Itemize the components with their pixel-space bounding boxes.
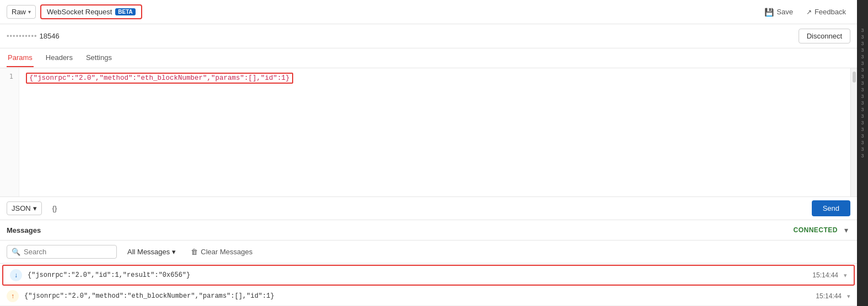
message-code-1: {"jsonrpc":"2.0","id":1,"result":"0x656"… bbox=[28, 271, 807, 279]
message-time-2: 15:14:44 bbox=[816, 292, 842, 300]
chevron-down-icon: ▾ bbox=[847, 293, 850, 300]
clear-messages-button[interactable]: 🗑 Clear Messages bbox=[186, 245, 257, 258]
save-button[interactable]: 💾 Save bbox=[760, 6, 797, 19]
incoming-icon: ↓ bbox=[10, 269, 22, 281]
format-icon: {} bbox=[52, 204, 57, 212]
tab-params[interactable]: Params bbox=[7, 49, 34, 67]
messages-header: Messages CONNECTED ▾ bbox=[0, 220, 857, 241]
feedback-button[interactable]: ↗ Feedback bbox=[802, 6, 850, 18]
messages-section: Messages CONNECTED ▾ 🔍 All Messages ▾ 🗑 … bbox=[0, 220, 857, 306]
bottom-toolbar: JSON ▾ {} Send bbox=[0, 197, 857, 220]
chevron-down-icon: ▾ bbox=[28, 9, 31, 15]
code-line-1: {"jsonrpc":"2.0","method":"eth_blockNumb… bbox=[26, 73, 293, 84]
messages-title: Messages bbox=[7, 226, 789, 234]
raw-label: Raw bbox=[12, 8, 26, 16]
line-number-1: 1 bbox=[6, 73, 13, 80]
messages-collapse-button[interactable]: ▾ bbox=[842, 225, 850, 236]
json-label: JSON bbox=[12, 204, 31, 212]
format-button[interactable]: {} bbox=[47, 201, 62, 215]
trash-icon: 🗑 bbox=[191, 248, 198, 256]
disconnect-button[interactable]: Disconnect bbox=[799, 29, 850, 43]
messages-toolbar: 🔍 All Messages ▾ 🗑 Clear Messages bbox=[0, 241, 857, 264]
message-row[interactable]: ↑ {"jsonrpc":"2.0","method":"eth_blockNu… bbox=[0, 287, 857, 306]
all-messages-dropdown[interactable]: All Messages ▾ bbox=[122, 245, 181, 259]
scrollbar[interactable] bbox=[850, 68, 857, 196]
url-port: 18546 bbox=[40, 32, 60, 40]
json-format-dropdown[interactable]: JSON ▾ bbox=[7, 201, 42, 215]
raw-dropdown[interactable]: Raw ▾ bbox=[7, 5, 36, 19]
ws-request-tab[interactable]: WebSocket Request BETA bbox=[40, 4, 142, 19]
tabs-row: Params Headers Settings bbox=[0, 48, 857, 68]
message-row[interactable]: ↓ {"jsonrpc":"2.0","id":1,"result":"0x65… bbox=[2, 265, 855, 286]
right-sidebar: 3 3 3 3 3 3 3 3 3 3 3 3 3 3 3 3 3 3 3 3 bbox=[857, 0, 868, 306]
ws-request-label: WebSocket Request bbox=[47, 8, 112, 16]
chevron-down-icon: ▾ bbox=[33, 204, 37, 212]
send-button[interactable]: Send bbox=[812, 200, 850, 216]
outgoing-icon: ↑ bbox=[7, 290, 19, 302]
url-display: •••••••••• 18546 bbox=[7, 32, 793, 40]
message-code-2: {"jsonrpc":"2.0","method":"eth_blockNumb… bbox=[24, 292, 810, 300]
save-label: Save bbox=[777, 8, 793, 16]
beta-badge: BETA bbox=[115, 8, 135, 15]
tab-settings[interactable]: Settings bbox=[85, 49, 113, 67]
chevron-down-icon: ▾ bbox=[172, 248, 176, 256]
connected-badge: CONNECTED bbox=[793, 226, 838, 234]
search-wrapper: 🔍 bbox=[7, 245, 117, 259]
clear-messages-label: Clear Messages bbox=[201, 248, 252, 256]
search-input[interactable] bbox=[24, 248, 101, 256]
external-link-icon: ↗ bbox=[806, 8, 812, 16]
url-dots: •••••••••• bbox=[7, 32, 37, 40]
editor-area: 1 {"jsonrpc":"2.0","method":"eth_blockNu… bbox=[0, 68, 857, 197]
search-icon: 🔍 bbox=[12, 248, 20, 256]
line-numbers: 1 bbox=[0, 68, 19, 196]
top-bar: Raw ▾ WebSocket Request BETA 💾 Save ↗ Fe… bbox=[0, 0, 857, 24]
feedback-label: Feedback bbox=[815, 8, 846, 16]
save-icon: 💾 bbox=[764, 8, 774, 17]
code-editor[interactable]: {"jsonrpc":"2.0","method":"eth_blockNumb… bbox=[19, 68, 850, 196]
scroll-thumb bbox=[853, 72, 856, 83]
all-messages-label: All Messages bbox=[127, 248, 170, 256]
chevron-down-icon: ▾ bbox=[844, 272, 847, 279]
url-bar: •••••••••• 18546 Disconnect bbox=[0, 24, 857, 48]
message-time-1: 15:14:44 bbox=[812, 271, 838, 279]
tab-headers[interactable]: Headers bbox=[45, 49, 74, 67]
